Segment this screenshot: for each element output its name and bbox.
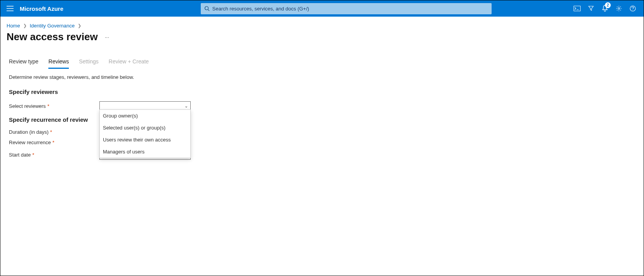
help-text: Determine review stages, reviewers, and … (0, 69, 644, 85)
dropdown-option-selected-users[interactable]: Selected user(s) or group(s) (100, 122, 190, 134)
settings-button[interactable] (612, 0, 626, 17)
svg-point-0 (205, 7, 208, 10)
recurrence-label-text: Review recurrence (9, 140, 51, 145)
topbar-right: 2 (570, 0, 644, 17)
section-specify-recurrence: Specify recurrence of review Duration (i… (0, 113, 644, 162)
breadcrumb-home[interactable]: Home (7, 23, 20, 29)
title-row: New access review ··· (0, 30, 644, 51)
search-icon (204, 5, 210, 12)
more-actions-button[interactable]: ··· (103, 32, 111, 42)
topbar: Microsoft Azure Search resources, servic… (0, 0, 644, 17)
directory-filter-button[interactable] (584, 0, 598, 17)
svg-rect-1 (574, 6, 581, 11)
select-reviewers-dropdown-popup: Group owner(s) Selected user(s) or group… (99, 109, 191, 158)
brand-title: Microsoft Azure (20, 5, 71, 12)
chevron-right-icon: ❯ (78, 23, 81, 28)
dropdown-option-group-owners[interactable]: Group owner(s) (100, 110, 190, 122)
help-icon (630, 5, 636, 12)
label-start-date: Start date * (9, 152, 99, 158)
search-input[interactable]: Search resources, services, and docs (G+… (201, 3, 492, 14)
notifications-button[interactable]: 2 (598, 0, 612, 17)
label-duration: Duration (in days) * (9, 129, 99, 135)
filter-icon (588, 5, 594, 12)
dropdown-option-users-own[interactable]: Users review their own access (100, 134, 190, 146)
hamburger-menu[interactable] (0, 0, 20, 17)
tab-settings: Settings (79, 58, 99, 69)
svg-point-2 (618, 8, 620, 9)
start-date-label-text: Start date (9, 152, 31, 158)
chevron-down-icon: ⌄ (184, 104, 188, 109)
cloud-shell-icon (574, 6, 581, 11)
required-star: * (47, 103, 49, 109)
required-star: * (50, 129, 52, 135)
select-reviewers-label-text: Select reviewers (9, 103, 46, 109)
tabs: Review type Reviews Settings Review + Cr… (0, 51, 644, 69)
section-title-reviewers: Specify reviewers (9, 89, 635, 99)
breadcrumb: Home ❯ Identity Governance ❯ (0, 17, 644, 30)
label-select-reviewers: Select reviewers * (9, 103, 99, 109)
gear-icon (616, 5, 622, 12)
tab-review-type[interactable]: Review type (9, 58, 38, 69)
hamburger-icon (7, 6, 14, 11)
page-title: New access review (7, 31, 98, 43)
required-star: * (52, 140, 54, 145)
search-placeholder-text: Search resources, services, and docs (G+… (212, 6, 309, 12)
notification-badge: 2 (605, 2, 611, 8)
breadcrumb-identity-governance[interactable]: Identity Governance (30, 23, 75, 29)
label-recurrence: Review recurrence * (9, 140, 99, 145)
duration-label-text: Duration (in days) (9, 129, 49, 135)
svg-point-4 (632, 10, 633, 10)
tab-review-create: Review + Create (109, 58, 149, 69)
chevron-right-icon: ❯ (23, 23, 27, 28)
tab-reviews[interactable]: Reviews (48, 58, 69, 69)
required-star: * (32, 152, 34, 158)
help-button[interactable] (626, 0, 640, 17)
cloud-shell-button[interactable] (570, 0, 584, 17)
dropdown-option-managers[interactable]: Managers of users (100, 146, 190, 158)
section-specify-reviewers: Specify reviewers Select reviewers * ⌄ (0, 85, 644, 113)
